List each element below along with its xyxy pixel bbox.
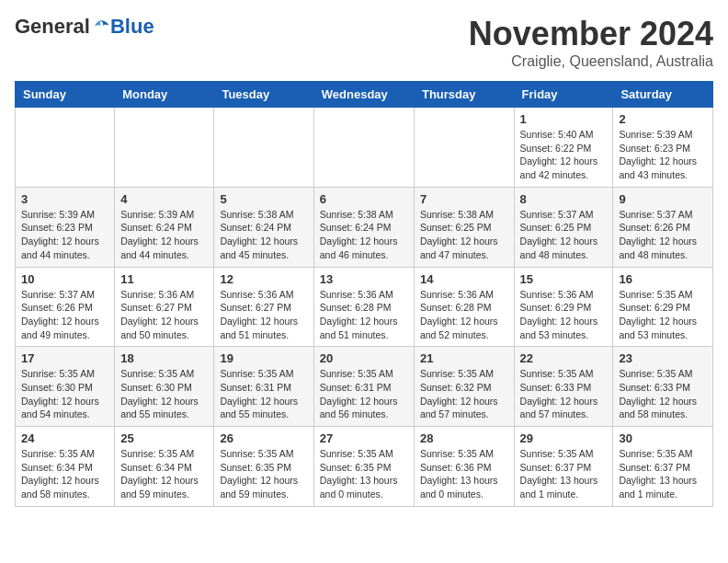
day-number: 6 [320,192,408,206]
calendar-cell: 18Sunrise: 5:35 AM Sunset: 6:30 PM Dayli… [115,347,214,427]
calendar-cell: 15Sunrise: 5:36 AM Sunset: 6:29 PM Dayli… [514,267,613,347]
day-number: 7 [420,192,508,206]
calendar-cell: 29Sunrise: 5:35 AM Sunset: 6:37 PM Dayli… [514,427,613,507]
calendar-header-row: SundayMondayTuesdayWednesdayThursdayFrid… [16,82,713,108]
day-number: 18 [120,351,208,365]
calendar-week-row: 3Sunrise: 5:39 AM Sunset: 6:23 PM Daylig… [16,187,713,267]
day-number: 22 [520,351,608,365]
day-info: Sunrise: 5:35 AM Sunset: 6:34 PM Dayligh… [120,447,208,501]
calendar-cell: 30Sunrise: 5:35 AM Sunset: 6:37 PM Dayli… [613,427,713,507]
day-number: 3 [21,192,108,206]
day-info: Sunrise: 5:35 AM Sunset: 6:35 PM Dayligh… [220,447,307,501]
weekday-header: Sunday [16,82,115,108]
day-info: Sunrise: 5:37 AM Sunset: 6:26 PM Dayligh… [21,288,108,342]
day-info: Sunrise: 5:36 AM Sunset: 6:28 PM Dayligh… [320,288,408,342]
day-info: Sunrise: 5:35 AM Sunset: 6:30 PM Dayligh… [21,367,108,421]
calendar-cell [313,108,414,188]
day-info: Sunrise: 5:36 AM Sunset: 6:29 PM Dayligh… [520,288,608,342]
day-info: Sunrise: 5:38 AM Sunset: 6:24 PM Dayligh… [320,208,408,262]
day-info: Sunrise: 5:35 AM Sunset: 6:31 PM Dayligh… [220,367,307,421]
day-number: 25 [120,431,208,445]
day-info: Sunrise: 5:35 AM Sunset: 6:31 PM Dayligh… [320,367,408,421]
day-info: Sunrise: 5:35 AM Sunset: 6:34 PM Dayligh… [21,447,108,501]
calendar-cell: 27Sunrise: 5:35 AM Sunset: 6:35 PM Dayli… [313,427,414,507]
calendar-cell: 7Sunrise: 5:38 AM Sunset: 6:25 PM Daylig… [414,187,514,267]
calendar-cell: 6Sunrise: 5:38 AM Sunset: 6:24 PM Daylig… [313,187,414,267]
calendar-cell: 19Sunrise: 5:35 AM Sunset: 6:31 PM Dayli… [214,347,313,427]
day-number: 2 [619,112,707,126]
calendar-cell: 13Sunrise: 5:36 AM Sunset: 6:28 PM Dayli… [313,267,414,347]
calendar-cell: 25Sunrise: 5:35 AM Sunset: 6:34 PM Dayli… [115,427,214,507]
day-info: Sunrise: 5:35 AM Sunset: 6:30 PM Dayligh… [120,367,208,421]
calendar-cell: 8Sunrise: 5:37 AM Sunset: 6:25 PM Daylig… [514,187,613,267]
day-number: 15 [520,272,608,286]
day-number: 5 [220,192,307,206]
calendar-cell: 2Sunrise: 5:39 AM Sunset: 6:23 PM Daylig… [613,108,713,188]
calendar-cell: 23Sunrise: 5:35 AM Sunset: 6:33 PM Dayli… [613,347,713,427]
calendar-cell: 5Sunrise: 5:38 AM Sunset: 6:24 PM Daylig… [214,187,313,267]
day-info: Sunrise: 5:40 AM Sunset: 6:22 PM Dayligh… [520,128,608,182]
day-number: 28 [420,431,508,445]
day-info: Sunrise: 5:37 AM Sunset: 6:26 PM Dayligh… [619,208,707,262]
calendar-cell: 14Sunrise: 5:36 AM Sunset: 6:28 PM Dayli… [414,267,514,347]
day-info: Sunrise: 5:35 AM Sunset: 6:37 PM Dayligh… [520,447,608,501]
month-title: November 2024 [469,15,713,53]
day-info: Sunrise: 5:38 AM Sunset: 6:24 PM Dayligh… [220,208,307,262]
calendar-week-row: 10Sunrise: 5:37 AM Sunset: 6:26 PM Dayli… [16,267,713,347]
day-info: Sunrise: 5:35 AM Sunset: 6:36 PM Dayligh… [420,447,508,501]
calendar-cell: 26Sunrise: 5:35 AM Sunset: 6:35 PM Dayli… [214,427,313,507]
day-info: Sunrise: 5:36 AM Sunset: 6:27 PM Dayligh… [220,288,307,342]
calendar-cell: 1Sunrise: 5:40 AM Sunset: 6:22 PM Daylig… [514,108,613,188]
calendar-cell: 20Sunrise: 5:35 AM Sunset: 6:31 PM Dayli… [313,347,414,427]
location: Craiglie, Queensland, Australia [469,53,713,70]
calendar-week-row: 17Sunrise: 5:35 AM Sunset: 6:30 PM Dayli… [16,347,713,427]
day-info: Sunrise: 5:35 AM Sunset: 6:35 PM Dayligh… [320,447,408,501]
day-number: 9 [619,192,707,206]
day-number: 21 [420,351,508,365]
day-number: 16 [619,272,707,286]
weekday-header: Friday [514,82,613,108]
day-number: 24 [21,431,108,445]
day-info: Sunrise: 5:38 AM Sunset: 6:25 PM Dayligh… [420,208,508,262]
calendar-cell: 17Sunrise: 5:35 AM Sunset: 6:30 PM Dayli… [16,347,115,427]
logo-general: General [15,15,90,39]
day-number: 27 [320,431,408,445]
calendar-cell: 9Sunrise: 5:37 AM Sunset: 6:26 PM Daylig… [613,187,713,267]
day-number: 12 [220,272,307,286]
logo-blue: Blue [110,15,154,39]
calendar-cell: 21Sunrise: 5:35 AM Sunset: 6:32 PM Dayli… [414,347,514,427]
day-info: Sunrise: 5:36 AM Sunset: 6:27 PM Dayligh… [120,288,208,342]
day-number: 23 [619,351,707,365]
day-info: Sunrise: 5:35 AM Sunset: 6:33 PM Dayligh… [619,367,707,421]
day-info: Sunrise: 5:39 AM Sunset: 6:24 PM Dayligh… [120,208,208,262]
day-number: 8 [520,192,608,206]
weekday-header: Saturday [613,82,713,108]
weekday-header: Wednesday [313,82,414,108]
day-number: 11 [120,272,208,286]
day-number: 20 [320,351,408,365]
calendar-cell: 12Sunrise: 5:36 AM Sunset: 6:27 PM Dayli… [214,267,313,347]
day-info: Sunrise: 5:37 AM Sunset: 6:25 PM Dayligh… [520,208,608,262]
calendar-cell: 24Sunrise: 5:35 AM Sunset: 6:34 PM Dayli… [16,427,115,507]
title-block: November 2024 Craiglie, Queensland, Aust… [469,15,713,70]
calendar-cell: 28Sunrise: 5:35 AM Sunset: 6:36 PM Dayli… [414,427,514,507]
day-number: 4 [120,192,208,206]
weekday-header: Tuesday [214,82,313,108]
calendar-cell [115,108,214,188]
weekday-header: Thursday [414,82,514,108]
calendar-cell: 10Sunrise: 5:37 AM Sunset: 6:26 PM Dayli… [16,267,115,347]
calendar-week-row: 1Sunrise: 5:40 AM Sunset: 6:22 PM Daylig… [16,108,713,188]
day-number: 26 [220,431,307,445]
day-number: 17 [21,351,108,365]
day-info: Sunrise: 5:35 AM Sunset: 6:33 PM Dayligh… [520,367,608,421]
day-number: 14 [420,272,508,286]
page-header: General Blue November 2024 Craiglie, Que… [15,15,713,70]
day-info: Sunrise: 5:36 AM Sunset: 6:28 PM Dayligh… [420,288,508,342]
day-number: 29 [520,431,608,445]
calendar-cell [414,108,514,188]
day-info: Sunrise: 5:35 AM Sunset: 6:32 PM Dayligh… [420,367,508,421]
calendar-cell [16,108,115,188]
day-number: 1 [520,112,608,126]
day-info: Sunrise: 5:35 AM Sunset: 6:29 PM Dayligh… [619,288,707,342]
logo: General Blue [15,15,154,39]
